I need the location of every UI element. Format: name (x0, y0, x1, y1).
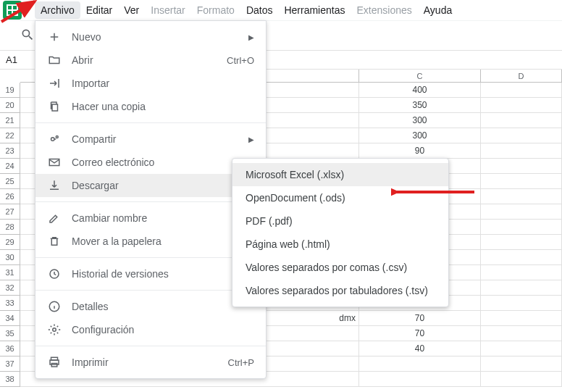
menu-item-label: Nuevo (72, 31, 243, 43)
cell[interactable] (481, 143, 562, 159)
cell[interactable] (481, 372, 562, 387)
cell[interactable]: 70 (359, 311, 481, 326)
chevron-right-icon: ▶ (248, 33, 254, 41)
name-box[interactable]: A1 (0, 54, 33, 65)
download-option[interactable]: Valores separados por tabuladores (.tsv) (232, 279, 448, 302)
sheets-logo-icon[interactable] (3, 1, 22, 20)
row-header[interactable]: 35 (0, 326, 20, 341)
cell[interactable] (481, 113, 562, 128)
row-header[interactable]: 27 (0, 204, 20, 220)
svg-point-1 (56, 136, 58, 138)
download-icon (47, 178, 62, 193)
menu-item-label: Descargar (72, 180, 243, 191)
row-header[interactable]: 23 (0, 143, 20, 159)
row-header[interactable]: 32 (0, 280, 20, 296)
row-header[interactable]: 34 (0, 311, 20, 326)
copy-icon (47, 99, 62, 114)
row-headers: 1920212223242526272829303132333435363738 (0, 83, 20, 387)
cell[interactable]: 350 (359, 98, 481, 113)
row-header[interactable]: 25 (0, 174, 20, 189)
menu-editar[interactable]: Editar (80, 1, 119, 19)
cell[interactable] (481, 326, 562, 341)
cell[interactable]: 300 (359, 113, 481, 128)
download-option[interactable]: Microsoft Excel (.xlsx) (232, 163, 448, 186)
download-submenu: Microsoft Excel (.xlsx)OpenDocument (.od… (232, 158, 449, 307)
col-header-D[interactable]: D (481, 70, 562, 82)
cell[interactable] (481, 189, 562, 204)
cell[interactable] (481, 83, 562, 98)
menu-item-label: Detalles (72, 301, 254, 312)
cell[interactable] (481, 235, 562, 250)
row-header[interactable]: 22 (0, 128, 20, 143)
print-icon (47, 355, 62, 370)
menu-herramientas[interactable]: Herramientas (278, 1, 351, 19)
cell[interactable]: 90 (359, 143, 481, 159)
cell[interactable] (481, 341, 562, 356)
menu-ver[interactable]: Ver (118, 1, 145, 19)
row-header[interactable]: 30 (0, 250, 20, 265)
download-option[interactable]: Página web (.html) (232, 233, 448, 256)
menu-shortcut: Ctrl+P (228, 357, 254, 368)
cell[interactable] (481, 250, 562, 265)
cell[interactable] (359, 372, 481, 387)
file-menu-settings[interactable]: Configuración (35, 318, 266, 341)
menu-separator (35, 346, 266, 346)
row-header[interactable]: 33 (0, 296, 20, 311)
cell[interactable] (481, 311, 562, 326)
menubar: ArchivoEditarVerInsertarFormatoDatosHerr… (0, 0, 562, 20)
cell[interactable] (481, 128, 562, 143)
row-header[interactable]: 37 (0, 356, 20, 372)
row-header[interactable]: 31 (0, 265, 20, 280)
download-option[interactable]: Valores separados por comas (.csv) (232, 256, 448, 279)
file-menu-share[interactable]: Compartir▶ (35, 128, 266, 151)
row-header[interactable]: 20 (0, 98, 20, 113)
cell[interactable] (481, 265, 562, 280)
mail-icon (47, 155, 62, 170)
file-menu-import[interactable]: Importar (35, 72, 266, 95)
cell[interactable]: 300 (359, 128, 481, 143)
cell[interactable] (481, 280, 562, 296)
file-menu-open[interactable]: AbrirCtrl+O (35, 49, 266, 72)
search-icon[interactable] (20, 28, 35, 44)
row-header[interactable]: 29 (0, 235, 20, 250)
menu-ayuda[interactable]: Ayuda (418, 1, 458, 19)
cell[interactable]: 70 (359, 326, 481, 341)
cell[interactable] (481, 204, 562, 220)
row-header[interactable]: 38 (0, 372, 20, 387)
rename-icon (47, 211, 62, 225)
menu-formato: Formato (191, 1, 240, 19)
menu-item-label: Imprimir (72, 356, 228, 368)
cell[interactable]: 400 (359, 83, 481, 98)
cell[interactable] (481, 159, 562, 174)
cell[interactable]: 40 (359, 341, 481, 356)
row-header[interactable]: 24 (0, 159, 20, 174)
row-header[interactable]: 26 (0, 189, 20, 204)
menu-item-label: Hacer una copia (72, 101, 254, 112)
row-header[interactable]: 36 (0, 341, 20, 356)
file-menu-copy[interactable]: Hacer una copia (35, 95, 266, 118)
row-header[interactable]: 21 (0, 113, 20, 128)
download-option[interactable]: OpenDocument (.ods) (232, 186, 448, 209)
menu-datos[interactable]: Datos (240, 1, 279, 19)
menu-item-label: Abrir (72, 54, 227, 66)
row-header[interactable]: 28 (0, 220, 20, 235)
menu-item-label: Correo electrónico (72, 157, 243, 168)
cell[interactable] (481, 220, 562, 235)
menu-archivo[interactable]: Archivo (35, 1, 80, 19)
trash-icon (47, 234, 62, 249)
gear-icon (47, 322, 62, 337)
download-option[interactable]: PDF (.pdf) (232, 209, 448, 233)
col-header-C[interactable]: C (359, 70, 481, 82)
cell[interactable] (359, 356, 481, 372)
menu-item-label: Compartir (72, 133, 243, 145)
cell[interactable] (481, 98, 562, 113)
menu-shortcut: Ctrl+O (227, 55, 254, 66)
cell[interactable] (481, 174, 562, 189)
cell[interactable] (481, 296, 562, 311)
file-menu-print[interactable]: ImprimirCtrl+P (35, 351, 266, 374)
cell[interactable] (481, 356, 562, 372)
file-menu-new[interactable]: Nuevo▶ (35, 25, 266, 49)
row-header[interactable]: 19 (0, 83, 20, 98)
folder-icon (47, 53, 62, 67)
menu-item-label: Mover a la papelera (72, 235, 254, 247)
